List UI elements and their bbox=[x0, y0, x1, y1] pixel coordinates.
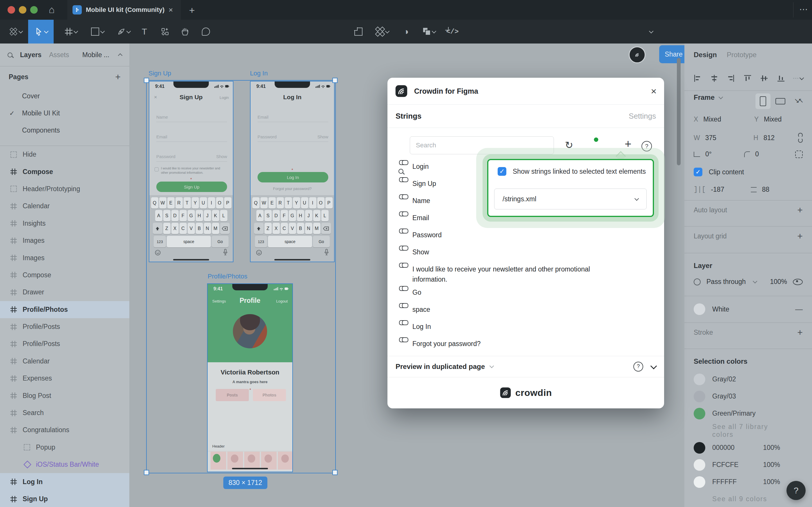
selection-color-row[interactable]: FCFCFE 100% bbox=[684, 456, 812, 473]
strings-tab[interactable]: Strings bbox=[396, 112, 422, 121]
create-component-button[interactable] bbox=[370, 20, 394, 44]
clip-content-checkbox[interactable]: ✓ bbox=[694, 168, 702, 176]
layer-row[interactable]: Popup bbox=[0, 439, 129, 456]
color-swatch[interactable] bbox=[694, 391, 705, 402]
search-input[interactable] bbox=[410, 136, 554, 154]
layer-row[interactable]: Profile/Photos bbox=[0, 301, 129, 318]
page-item[interactable]: ✓ Mobile UI Kit bbox=[0, 105, 129, 122]
selection-handle-tr[interactable] bbox=[332, 78, 338, 83]
layer-row[interactable]: Compose bbox=[0, 163, 129, 180]
frame-tool[interactable] bbox=[59, 20, 83, 44]
selection-handle-bl[interactable] bbox=[144, 470, 149, 475]
independent-corners-icon[interactable] bbox=[795, 151, 803, 158]
pen-tool[interactable] bbox=[112, 20, 135, 44]
share-button[interactable]: Share bbox=[659, 45, 688, 63]
corner-radius-value[interactable]: 0 bbox=[755, 150, 759, 158]
component-tool[interactable] bbox=[156, 20, 175, 44]
add-string-icon[interactable]: + bbox=[625, 137, 631, 151]
selection-color-row[interactable]: Gray/02 bbox=[684, 371, 812, 388]
layer-row[interactable]: Blog Post bbox=[0, 387, 129, 404]
vertical-scrollbar[interactable] bbox=[677, 58, 681, 165]
search-icon[interactable] bbox=[7, 53, 12, 57]
remove-fill-button[interactable]: — bbox=[795, 305, 803, 314]
crowdin-footer[interactable]: crowdin bbox=[388, 377, 664, 408]
settings-tab[interactable]: Settings bbox=[629, 112, 656, 121]
window-more-icon[interactable]: ⋯ bbox=[799, 4, 809, 14]
layer-row[interactable]: Congratulations bbox=[0, 421, 129, 439]
align-bottom-icon[interactable] bbox=[776, 74, 785, 83]
show-linked-checkbox[interactable]: ✓ bbox=[498, 167, 506, 176]
login-frame[interactable]: 9:41 Log In Email PasswordShow * Log In … bbox=[250, 81, 335, 262]
x-value[interactable]: Mixed bbox=[703, 115, 721, 123]
tab-assets[interactable]: Assets bbox=[49, 51, 69, 59]
refresh-icon[interactable]: ↻ bbox=[565, 139, 573, 151]
layer-row[interactable]: Sign Up bbox=[0, 491, 129, 507]
blend-mode-value[interactable]: Pass through bbox=[706, 278, 746, 286]
layer-row[interactable]: Calendar bbox=[0, 198, 129, 215]
tab-layers[interactable]: Layers bbox=[20, 51, 42, 59]
string-row[interactable]: Password bbox=[399, 227, 654, 244]
align-vertical-center-icon[interactable] bbox=[760, 74, 768, 83]
layer-row[interactable]: Drawer bbox=[0, 284, 129, 301]
layer-row[interactable]: Images bbox=[0, 232, 129, 249]
layer-row[interactable]: Calendar bbox=[0, 353, 129, 370]
help-button[interactable]: ? bbox=[787, 481, 806, 500]
dialog-close-icon[interactable]: × bbox=[651, 86, 656, 97]
portrait-button[interactable] bbox=[755, 94, 770, 109]
signup-frame[interactable]: 9:41 × Sign Up Login Name Email Password… bbox=[149, 81, 233, 262]
resize-to-fit-icon[interactable]: ↘↖ bbox=[794, 97, 802, 104]
distribute-icon[interactable] bbox=[793, 77, 803, 79]
h-value[interactable]: 812 bbox=[764, 134, 774, 142]
selection-color-row[interactable]: 000000 100% bbox=[684, 439, 812, 456]
y-value[interactable]: Mixed bbox=[764, 115, 781, 123]
tab-design[interactable]: Design bbox=[694, 51, 717, 59]
layer-row[interactable]: Header/Prototyping bbox=[0, 180, 129, 198]
string-row[interactable]: Forgot your password? bbox=[399, 336, 654, 353]
add-layout-grid-button[interactable]: + bbox=[797, 231, 803, 242]
tab-prototype[interactable]: Prototype bbox=[727, 51, 757, 59]
boolean-groups-button[interactable] bbox=[417, 20, 442, 44]
new-tab-button[interactable]: + bbox=[189, 5, 195, 16]
text-tool[interactable]: T bbox=[136, 20, 153, 44]
selection-handle-br[interactable] bbox=[332, 470, 338, 475]
color-swatch[interactable] bbox=[694, 374, 705, 385]
color-swatch[interactable] bbox=[694, 459, 705, 471]
hand-tool[interactable] bbox=[176, 20, 194, 44]
move-tool[interactable] bbox=[28, 20, 54, 44]
mask-button[interactable]: ◑ bbox=[398, 20, 414, 44]
string-row[interactable]: Go bbox=[399, 284, 654, 301]
layer-row[interactable]: iOS/Status Bar/White bbox=[0, 456, 129, 473]
v-gap-value[interactable]: 88 bbox=[762, 186, 769, 193]
rotation-value[interactable]: 0° bbox=[705, 150, 712, 158]
layer-row[interactable]: Expenses bbox=[0, 370, 129, 387]
dev-resources-button[interactable]: </> bbox=[443, 20, 462, 44]
selection-handle-tl[interactable] bbox=[144, 78, 149, 83]
fill-name[interactable]: White bbox=[712, 305, 729, 313]
h-gap-value[interactable]: -187 bbox=[711, 186, 724, 193]
align-left-icon[interactable] bbox=[693, 74, 702, 83]
layer-row[interactable]: Search bbox=[0, 404, 129, 421]
maximize-traffic-light[interactable] bbox=[30, 6, 38, 14]
layer-row[interactable]: Images bbox=[0, 249, 129, 266]
preview-help-icon[interactable]: ? bbox=[633, 362, 643, 372]
layer-row[interactable]: Insights bbox=[0, 215, 129, 232]
layer-row[interactable]: Profile/Posts bbox=[0, 318, 129, 335]
comment-tool[interactable] bbox=[197, 20, 215, 44]
file-tab[interactable]: Mobile UI kit (Community) × bbox=[67, 0, 181, 20]
selection-color-row[interactable]: See all 7 library colors bbox=[684, 422, 812, 439]
string-row[interactable]: Show bbox=[399, 244, 654, 261]
align-right-icon[interactable] bbox=[727, 74, 735, 83]
align-top-icon[interactable] bbox=[743, 74, 752, 83]
add-page-button[interactable]: + bbox=[115, 72, 121, 82]
preview-duplicated-page[interactable]: Preview in duplicated page bbox=[396, 362, 485, 371]
frame-label-signup[interactable]: Sign Up bbox=[149, 70, 171, 77]
close-traffic-light[interactable] bbox=[7, 6, 15, 14]
profile-frame[interactable]: 9:41 Settings Profile Logout Victoriia R… bbox=[207, 283, 293, 472]
home-icon[interactable]: ⌂ bbox=[49, 4, 55, 15]
frame-label-login[interactable]: Log In bbox=[250, 70, 268, 77]
fill-swatch[interactable] bbox=[694, 303, 705, 315]
string-row[interactable]: space bbox=[399, 301, 654, 319]
frame-section-title[interactable]: Frame bbox=[694, 94, 714, 102]
w-value[interactable]: 375 bbox=[705, 134, 716, 142]
page-item[interactable]: ✓ Components bbox=[0, 122, 129, 139]
